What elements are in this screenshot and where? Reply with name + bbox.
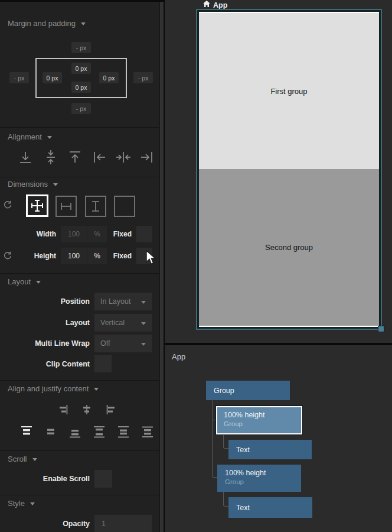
section-header-align-justify[interactable]: Align and justify content <box>8 384 99 393</box>
margin-top-input[interactable]: - px <box>71 42 91 53</box>
align-content-end-icon[interactable] <box>57 404 69 416</box>
chevron-down-icon <box>141 301 146 304</box>
second-group[interactable]: Second group <box>199 169 379 326</box>
align-middle-vertical-icon[interactable] <box>43 148 58 166</box>
dimensions-title: Dimensions <box>8 180 48 189</box>
padding-top-input[interactable]: 0 px <box>71 63 91 74</box>
section-header-dimensions[interactable]: Dimensions <box>8 180 58 189</box>
dimension-mode-width-button[interactable] <box>55 196 77 217</box>
tree-connector <box>223 434 228 449</box>
chevron-down-icon <box>30 502 35 505</box>
divider <box>0 380 159 381</box>
chevron-down-icon <box>81 22 86 25</box>
home-icon <box>203 1 210 9</box>
tree-node-group-2[interactable]: 100% height Group <box>217 465 301 492</box>
align-content-start-icon[interactable] <box>105 404 117 416</box>
chevron-down-icon <box>141 343 146 346</box>
tree-node-group[interactable]: Group <box>206 381 290 400</box>
chevron-down-icon <box>141 322 146 325</box>
margin-right-input[interactable]: - px <box>133 72 153 83</box>
dimension-mode-height-button[interactable] <box>85 196 106 217</box>
width-label: Width <box>0 230 56 238</box>
section-header-alignment[interactable]: Alignment <box>8 132 52 141</box>
layout-label: Layout <box>0 319 90 327</box>
alignment-title: Alignment <box>8 132 42 141</box>
align-right-icon[interactable] <box>139 148 155 166</box>
width-unit-select[interactable]: % <box>87 226 107 242</box>
section-header-margin-padding[interactable]: Margin and padding <box>8 19 86 28</box>
justify-content-end-icon[interactable] <box>68 425 81 439</box>
padding-left-input[interactable]: 0 px <box>43 72 62 83</box>
height-unit-select[interactable]: % <box>87 248 107 264</box>
divider <box>0 450 159 451</box>
scroll-title: Scroll <box>8 455 27 463</box>
clip-content-label: Clip Content <box>0 360 90 368</box>
width-value-input[interactable]: 100 <box>61 226 87 242</box>
position-dropdown[interactable]: In Layout <box>94 293 152 310</box>
align-content-center-icon[interactable] <box>81 404 93 416</box>
dimension-mode-free-button[interactable] <box>114 196 135 217</box>
section-header-layout[interactable]: Layout <box>8 277 41 286</box>
chevron-down-icon <box>36 281 41 284</box>
canvas-breadcrumb[interactable]: App <box>203 1 227 9</box>
layout-dropdown[interactable]: Vertical <box>94 314 152 332</box>
align-center-horizontal-icon[interactable] <box>115 148 132 166</box>
second-group-label: Second group <box>265 243 313 252</box>
width-fixed-checkbox[interactable] <box>136 226 152 242</box>
align-bottom-icon[interactable] <box>18 148 33 166</box>
app-canvas[interactable]: First group Second group <box>199 12 379 327</box>
enable-scroll-label: Enable Scroll <box>0 475 90 483</box>
first-group-label: First group <box>270 87 307 96</box>
chevron-down-icon <box>47 136 52 139</box>
opacity-label: Opacity <box>0 520 90 528</box>
tree-node-text[interactable]: Text <box>228 440 312 459</box>
padding-right-input[interactable]: 0 px <box>99 72 119 83</box>
justify-content-center-icon[interactable] <box>44 425 57 439</box>
section-header-style[interactable]: Style <box>8 499 35 508</box>
properties-sidebar: Margin and padding - px - px - px - px 0… <box>0 0 165 532</box>
divider <box>0 273 159 274</box>
multi-line-wrap-dropdown[interactable]: Off <box>94 335 152 352</box>
clip-content-checkbox[interactable] <box>94 355 112 372</box>
tree-connector <box>223 492 228 507</box>
align-left-icon[interactable] <box>91 148 107 166</box>
chevron-down-icon <box>53 183 58 186</box>
justify-content-space-between-icon[interactable] <box>93 425 106 439</box>
margin-left-input[interactable]: - px <box>9 72 29 83</box>
dimension-mode-both-button[interactable] <box>26 194 48 217</box>
panel-divider[interactable] <box>165 343 392 345</box>
divider <box>0 177 159 177</box>
justify-content-space-around-icon[interactable] <box>117 425 130 439</box>
sidebar-scrollbar[interactable] <box>159 2 164 532</box>
height-fixed-label: Fixed <box>111 252 132 260</box>
chevron-down-icon <box>94 388 99 391</box>
margin-padding-title: Margin and padding <box>8 19 76 28</box>
canvas-app-label: App <box>213 1 227 9</box>
margin-bottom-input[interactable]: - px <box>71 103 91 114</box>
mouse-cursor <box>145 250 158 269</box>
canvas-resize-handle[interactable] <box>378 326 384 332</box>
section-header-scroll[interactable]: Scroll <box>8 455 37 463</box>
chevron-down-icon <box>32 458 37 461</box>
style-title: Style <box>8 499 25 508</box>
width-fixed-label: Fixed <box>111 230 132 238</box>
tree-node-text-2[interactable]: Text <box>228 497 312 518</box>
align-justify-title: Align and justify content <box>8 384 89 393</box>
height-label: Height <box>0 252 56 260</box>
justify-content-space-evenly-icon[interactable] <box>141 425 154 439</box>
opacity-input[interactable]: 1 <box>94 515 152 532</box>
tree-node-group-selected[interactable]: 100% height Group <box>216 406 302 434</box>
first-group[interactable]: First group <box>199 13 379 169</box>
justify-content-start-icon[interactable] <box>20 425 33 439</box>
align-top-icon[interactable] <box>67 148 83 166</box>
position-label: Position <box>0 297 90 306</box>
layout-title: Layout <box>8 277 31 286</box>
multi-line-wrap-label: Multi Line Wrap <box>0 339 90 348</box>
reset-dimensions-icon[interactable] <box>2 200 13 210</box>
app-root: Margin and padding - px - px - px - px 0… <box>0 0 392 532</box>
enable-scroll-checkbox[interactable] <box>94 470 112 488</box>
padding-bottom-input[interactable]: 0 px <box>71 82 91 93</box>
divider <box>0 495 159 495</box>
height-value-input[interactable]: 100 <box>61 248 87 264</box>
canvas-frame[interactable]: First group Second group <box>196 9 382 330</box>
